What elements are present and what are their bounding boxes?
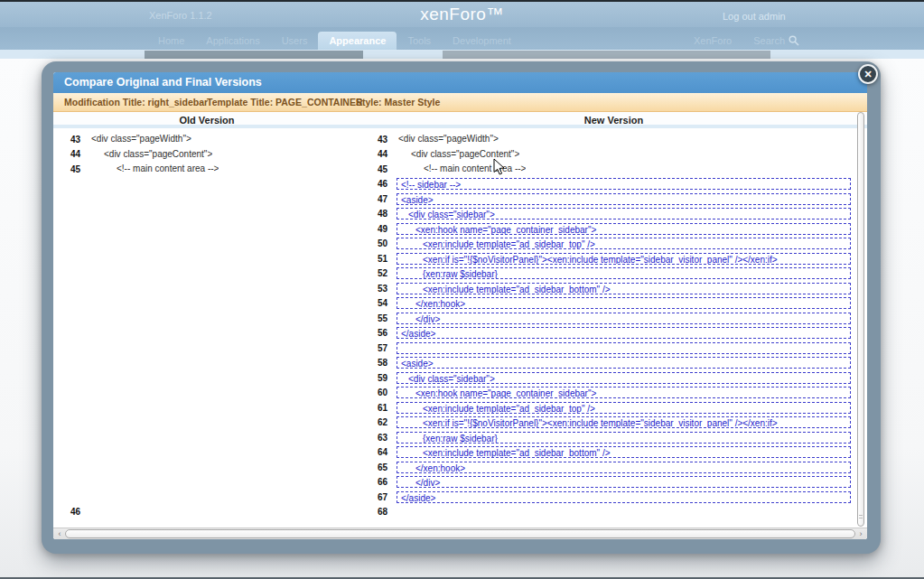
- diff-row-new: 67</aside>: [360, 490, 851, 505]
- diff-row-new: 45<!-- main content area -->: [360, 162, 851, 177]
- new-version-heading: New Version: [360, 112, 867, 125]
- modal-title: Compare Original and Final Versions: [53, 72, 867, 93]
- line-number: 60: [360, 388, 387, 397]
- line-number: 44: [360, 149, 387, 159]
- diff-row-new: 62<xen:if is="!{$noVisitorPanel}"><xen:i…: [360, 416, 851, 431]
- line-number: 65: [360, 462, 387, 472]
- info-field-label: Style:: [356, 97, 382, 107]
- nav-tab-users[interactable]: Users: [271, 32, 319, 50]
- diff-row-new: 58<aside>: [360, 356, 851, 371]
- diff-row-new: 56</aside>: [360, 326, 851, 341]
- inserted-line-box: <xen:include template="ad_sidebar_top" /…: [397, 402, 851, 414]
- line-number: 67: [360, 492, 387, 502]
- inserted-line-box: </xen:hook>: [397, 297, 851, 309]
- new-version-column: 43<div class="pageWidth">44<div class="p…: [360, 132, 867, 528]
- diff-row-new: 60<xen:hook name="page_container_sidebar…: [360, 386, 851, 401]
- diff-row-old: 45<!-- main content area -->: [53, 162, 360, 177]
- inserted-line-box: <xen:hook name="page_container_sidebar">: [397, 223, 851, 235]
- search-control[interactable]: Search: [753, 35, 799, 46]
- code-text: <div class="pageWidth">: [397, 132, 499, 147]
- diff-row-new: 64<xen:include template="ad_sidebar_bott…: [360, 445, 851, 461]
- info-field-value: right_sidebar: [148, 97, 209, 107]
- diff-row-old: 44<div class="pageContent">: [53, 147, 360, 163]
- inserted-line-box: <xen:if is="!{$noVisitorPanel}"><xen:inc…: [397, 416, 851, 428]
- logout-link[interactable]: Log out admin: [723, 11, 786, 22]
- diff-row-new: 53<xen:include template="ad_sidebar_bott…: [360, 281, 851, 296]
- info-field: Template Title: PAGE_CONTAINER: [207, 93, 363, 111]
- inserted-line-box: {xen:raw $sidebar}: [397, 267, 851, 279]
- nav-tab-appearance[interactable]: Appearance: [318, 32, 397, 50]
- diff-body: 43<div class="pageWidth">44<div class="p…: [53, 132, 867, 528]
- diff-row-new: 51<xen:if is="!{$noVisitorPanel}"><xen:i…: [360, 251, 851, 266]
- old-version-column: 43<div class="pageWidth">44<div class="p…: [53, 132, 360, 528]
- info-field-value: PAGE_CONTAINER: [275, 97, 362, 107]
- inserted-line-box: <div class="sidebar">: [397, 208, 851, 219]
- line-number: 45: [360, 164, 387, 174]
- line-number: 61: [360, 403, 387, 413]
- diff-row-new: 47<aside>: [360, 191, 851, 207]
- inserted-line-box: [397, 342, 851, 354]
- page: XenForo 1.1.2 xenForo™ Log out admin Hom…: [0, 0, 924, 579]
- inserted-line-box: </aside>: [397, 491, 851, 503]
- line-number: 55: [360, 313, 387, 323]
- vertical-scrollbar-thumb[interactable]: [857, 112, 864, 527]
- line-number: 56: [360, 328, 387, 338]
- nav-tab-applications[interactable]: Applications: [195, 32, 270, 50]
- line-number: 45: [53, 164, 80, 174]
- diff-row-new: 52{xen:raw $sidebar}: [360, 266, 851, 282]
- inserted-line-box: <xen:include template="ad_sidebar_bottom…: [397, 283, 851, 294]
- horizontal-scrollbar-thumb[interactable]: [65, 529, 855, 538]
- line-number: 43: [53, 135, 80, 145]
- modal-body: Compare Original and Final Versions Modi…: [53, 72, 867, 539]
- code-text: <div class="pageContent">: [397, 147, 519, 163]
- diff-gap: [53, 177, 360, 505]
- inserted-line-box: </aside>: [397, 327, 851, 339]
- line-number: 63: [360, 433, 387, 443]
- diff-row-new: 59<div class="sidebar">: [360, 370, 851, 386]
- background-content-band: [443, 51, 770, 59]
- modal-info-bar: Modification Title: right_sidebarTemplat…: [53, 93, 867, 112]
- diff-row-old: 46: [53, 505, 360, 520]
- diff-row-new: 61<xen:include template="ad_sidebar_top"…: [360, 400, 851, 416]
- info-field-value: Master Style: [385, 97, 441, 107]
- line-number: 47: [360, 194, 387, 204]
- diff-row-new: 50<xen:include template="ad_sidebar_top"…: [360, 237, 851, 252]
- forum-link[interactable]: XenForo: [694, 35, 732, 46]
- diff-row-new: 63{xen:raw $sidebar}: [360, 430, 851, 445]
- search-label: Search: [753, 35, 785, 46]
- vertical-scrollbar[interactable]: [857, 112, 865, 527]
- inserted-line-box: {xen:raw $sidebar}: [397, 432, 851, 444]
- line-number: 54: [360, 298, 387, 308]
- page-substrip: [0, 50, 924, 59]
- line-number: 52: [360, 268, 387, 278]
- diff-column-headers: Old Version New Version: [53, 112, 867, 128]
- line-number: 58: [360, 358, 387, 368]
- horizontal-scrollbar[interactable]: ‹ ›: [53, 528, 867, 539]
- code-text: <!-- main content area -->: [397, 162, 526, 177]
- line-number: 62: [360, 417, 387, 427]
- line-number: 59: [360, 373, 387, 383]
- scroll-left-arrow-icon[interactable]: ‹: [54, 528, 65, 539]
- line-number: 68: [360, 507, 387, 517]
- line-number: 46: [360, 179, 387, 189]
- code-text: <div class="pageContent">: [89, 147, 212, 163]
- background-content-band: [145, 51, 363, 59]
- inserted-line-box: </div>: [397, 476, 851, 488]
- compare-versions-modal: ✕ Compare Original and Final Versions Mo…: [42, 61, 881, 554]
- code-text: <div class="pageWidth">: [89, 132, 191, 147]
- diff-row-new: 66</div>: [360, 475, 851, 490]
- scroll-right-arrow-icon[interactable]: ›: [855, 528, 866, 539]
- line-number: 51: [360, 254, 387, 264]
- nav-right-group: XenForo Search: [694, 35, 799, 46]
- line-number: 66: [360, 477, 387, 487]
- close-icon[interactable]: ✕: [858, 64, 878, 84]
- diff-row-new: 68: [360, 505, 851, 520]
- inserted-line-box: </div>: [397, 313, 851, 324]
- nav-tab-home[interactable]: Home: [147, 32, 195, 50]
- nav-tab-tools[interactable]: Tools: [397, 32, 442, 50]
- line-number: 43: [360, 135, 387, 145]
- nav-tab-development[interactable]: Development: [442, 32, 522, 50]
- inserted-line-box: <xen:if is="!{$noVisitorPanel}"><xen:inc…: [397, 253, 851, 265]
- info-field-label: Modification Title:: [64, 97, 145, 107]
- diff-row-old: 43<div class="pageWidth">: [53, 132, 360, 147]
